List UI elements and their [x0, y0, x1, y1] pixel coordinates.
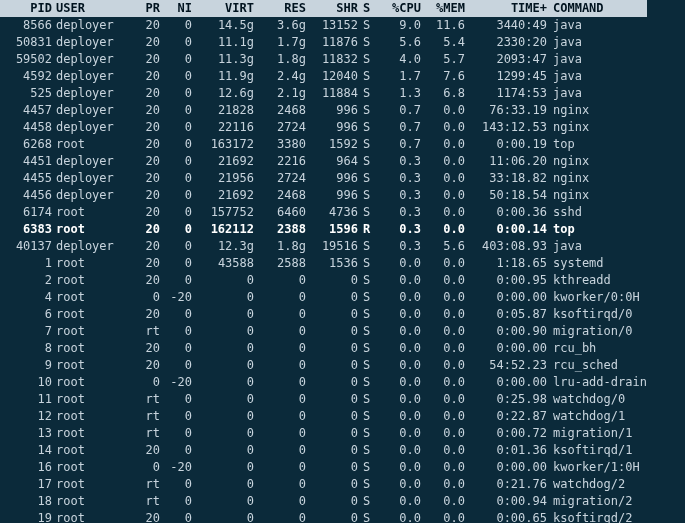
cell-ni: -20 [162, 374, 194, 391]
cell-ni: 0 [162, 221, 194, 238]
table-row[interactable]: 6383root20016211223881596R0.30.00:00.14t… [0, 221, 647, 238]
table-row[interactable]: 4455deployer200219562724996S0.30.033:18.… [0, 170, 647, 187]
cell-pid: 8566 [0, 17, 56, 34]
col-ni[interactable]: NI [162, 0, 194, 17]
process-table[interactable]: PID USER PR NI VIRT RES SHR S %CPU %MEM … [0, 0, 647, 523]
cell-cmd: java [549, 34, 647, 51]
col-res[interactable]: RES [256, 0, 308, 17]
table-row[interactable]: 16root0-20000S0.00.00:00.00kworker/1:0H [0, 459, 647, 476]
cell-ni: 0 [162, 476, 194, 493]
table-row[interactable]: 12rootrt0000S0.00.00:22.87watchdog/1 [0, 408, 647, 425]
cell-res: 0 [256, 374, 308, 391]
col-cmd[interactable]: COMMAND [549, 0, 647, 17]
table-row[interactable]: 19root200000S0.00.00:00.65ksoftirqd/2 [0, 510, 647, 523]
cell-cpu: 1.7 [379, 68, 423, 85]
col-time[interactable]: TIME+ [467, 0, 549, 17]
col-shr[interactable]: SHR [308, 0, 360, 17]
table-row[interactable]: 525deployer20012.6g2.1g11884S1.36.81174:… [0, 85, 647, 102]
cell-cmd: rcu_sched [549, 357, 647, 374]
cell-cmd: nginx [549, 187, 647, 204]
cell-cmd: java [549, 85, 647, 102]
cell-shr: 964 [308, 153, 360, 170]
cell-pid: 4 [0, 289, 56, 306]
col-virt[interactable]: VIRT [194, 0, 256, 17]
table-row[interactable]: 4458deployer200221162724996S0.70.0143:12… [0, 119, 647, 136]
table-row[interactable]: 17rootrt0000S0.00.00:21.76watchdog/2 [0, 476, 647, 493]
table-row[interactable]: 2root200000S0.00.00:00.95kthreadd [0, 272, 647, 289]
cell-mem: 0.0 [423, 340, 467, 357]
cell-mem: 0.0 [423, 459, 467, 476]
cell-pr: 20 [132, 238, 162, 255]
cell-mem: 0.0 [423, 221, 467, 238]
table-row[interactable]: 4592deployer20011.9g2.4g12040S1.77.61299… [0, 68, 647, 85]
cell-s: R [360, 221, 379, 238]
table-row[interactable]: 13rootrt0000S0.00.00:00.72migration/1 [0, 425, 647, 442]
cell-pid: 50831 [0, 34, 56, 51]
table-row[interactable]: 6268root20016317233801592S0.70.00:00.19t… [0, 136, 647, 153]
table-row[interactable]: 1root2004358825881536S0.00.01:18.65syste… [0, 255, 647, 272]
column-headers[interactable]: PID USER PR NI VIRT RES SHR S %CPU %MEM … [0, 0, 647, 17]
table-row[interactable]: 18rootrt0000S0.00.00:00.94migration/2 [0, 493, 647, 510]
cell-res: 3380 [256, 136, 308, 153]
cell-s: S [360, 255, 379, 272]
cell-res: 0 [256, 510, 308, 523]
cell-shr: 996 [308, 119, 360, 136]
cell-res: 1.7g [256, 34, 308, 51]
table-row[interactable]: 9root200000S0.00.054:52.23rcu_sched [0, 357, 647, 374]
cell-time: 0:00.19 [467, 136, 549, 153]
table-row[interactable]: 14root200000S0.00.00:01.36ksoftirqd/1 [0, 442, 647, 459]
cell-virt: 11.1g [194, 34, 256, 51]
cell-virt: 0 [194, 391, 256, 408]
col-mem[interactable]: %MEM [423, 0, 467, 17]
col-cpu[interactable]: %CPU [379, 0, 423, 17]
cell-shr: 4736 [308, 204, 360, 221]
cell-s: S [360, 408, 379, 425]
cell-ni: 0 [162, 68, 194, 85]
cell-user: deployer [56, 153, 132, 170]
table-row[interactable]: 59502deployer20011.3g1.8g11832S4.05.7209… [0, 51, 647, 68]
cell-cmd: sshd [549, 204, 647, 221]
table-row[interactable]: 50831deployer20011.1g1.7g11876S5.65.4233… [0, 34, 647, 51]
table-row[interactable]: 6174root20015775264604736S0.30.00:00.36s… [0, 204, 647, 221]
table-row[interactable]: 7rootrt0000S0.00.00:00.90migration/0 [0, 323, 647, 340]
cell-virt: 0 [194, 408, 256, 425]
table-row[interactable]: 11rootrt0000S0.00.00:25.98watchdog/0 [0, 391, 647, 408]
col-pid[interactable]: PID [0, 0, 56, 17]
cell-cmd: migration/0 [549, 323, 647, 340]
table-row[interactable]: 8root200000S0.00.00:00.00rcu_bh [0, 340, 647, 357]
cell-virt: 0 [194, 272, 256, 289]
cell-mem: 0.0 [423, 493, 467, 510]
table-row[interactable]: 4457deployer200218282468996S0.70.076:33.… [0, 102, 647, 119]
cell-pr: rt [132, 323, 162, 340]
col-pr[interactable]: PR [132, 0, 162, 17]
cell-s: S [360, 170, 379, 187]
cell-cpu: 1.3 [379, 85, 423, 102]
table-row[interactable]: 40137deployer20012.3g1.8g19516S0.35.6403… [0, 238, 647, 255]
cell-mem: 5.6 [423, 238, 467, 255]
cell-pid: 16 [0, 459, 56, 476]
cell-cmd: migration/1 [549, 425, 647, 442]
cell-shr: 0 [308, 408, 360, 425]
cell-mem: 5.7 [423, 51, 467, 68]
cell-user: root [56, 425, 132, 442]
cell-pr: rt [132, 425, 162, 442]
cell-res: 0 [256, 476, 308, 493]
table-row[interactable]: 8566deployer20014.5g3.6g13152S9.011.6344… [0, 17, 647, 34]
table-row[interactable]: 4451deployer200216922216964S0.30.011:06.… [0, 153, 647, 170]
table-row[interactable]: 4root0-20000S0.00.00:00.00kworker/0:0H [0, 289, 647, 306]
cell-shr: 0 [308, 289, 360, 306]
col-user[interactable]: USER [56, 0, 132, 17]
cell-pr: 0 [132, 374, 162, 391]
col-s[interactable]: S [360, 0, 379, 17]
cell-cmd: watchdog/1 [549, 408, 647, 425]
cell-time: 1:18.65 [467, 255, 549, 272]
cell-ni: 0 [162, 323, 194, 340]
table-row[interactable]: 10root0-20000S0.00.00:00.00lru-add-drain [0, 374, 647, 391]
cell-time: 2330:20 [467, 34, 549, 51]
cell-pr: 0 [132, 289, 162, 306]
table-row[interactable]: 6root200000S0.00.00:05.87ksoftirqd/0 [0, 306, 647, 323]
table-row[interactable]: 4456deployer200216922468996S0.30.050:18.… [0, 187, 647, 204]
cell-virt: 12.3g [194, 238, 256, 255]
cell-mem: 7.6 [423, 68, 467, 85]
cell-mem: 0.0 [423, 425, 467, 442]
